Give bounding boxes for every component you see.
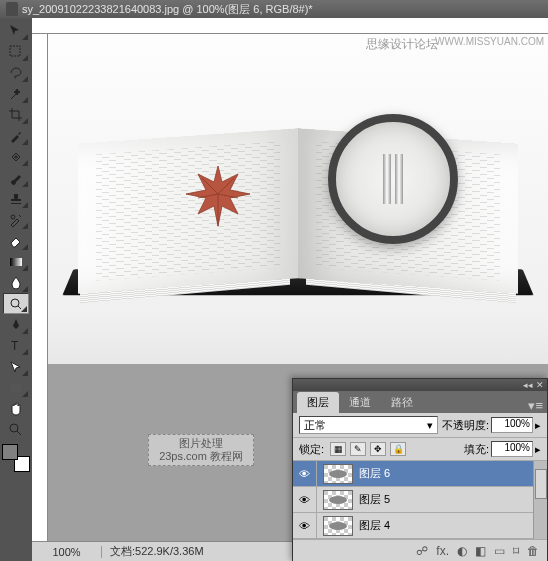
stamp-tool[interactable] — [3, 188, 29, 209]
maple-leaf-graphic — [178, 154, 258, 234]
layer-thumbnail[interactable] — [323, 464, 353, 484]
adjustment-layer-icon[interactable]: ◧ — [475, 544, 486, 558]
layer-effects-icon[interactable]: fx. — [436, 544, 449, 558]
marquee-tool[interactable] — [3, 41, 29, 62]
scrollbar[interactable] — [533, 461, 547, 539]
blend-mode-value: 正常 — [304, 418, 326, 433]
vertical-ruler — [32, 34, 48, 561]
gradient-tool[interactable] — [3, 251, 29, 272]
fill-input[interactable]: 100% — [491, 441, 533, 457]
layer-thumbnail[interactable] — [323, 490, 353, 510]
watermark-forum: 思缘设计论坛 — [366, 36, 438, 53]
panel-collapse-icon[interactable]: ◂◂ — [523, 380, 533, 390]
hand-tool[interactable] — [3, 398, 29, 419]
document-title-bar: sy_20091022233821640083.jpg @ 100%(图层 6,… — [0, 0, 548, 18]
visibility-toggle[interactable]: 👁 — [293, 461, 317, 486]
svg-point-3 — [11, 299, 19, 307]
panel-tabs: 图层 通道 路径 ▾≡ — [293, 391, 547, 413]
panel-close-icon[interactable]: ✕ — [536, 380, 544, 390]
tab-indicator — [6, 2, 18, 16]
panel-menu-icon[interactable]: ▾≡ — [528, 398, 543, 413]
color-swatches[interactable] — [2, 444, 30, 472]
delete-layer-icon[interactable]: 🗑 — [527, 544, 539, 558]
document-size: 文档:522.9K/3.36M — [102, 544, 212, 559]
lock-position-icon[interactable]: ✥ — [370, 442, 386, 456]
chevron-down-icon: ▾ — [427, 419, 433, 432]
panel-titlebar[interactable]: ◂◂ ✕ — [293, 379, 547, 391]
svg-point-1 — [11, 215, 15, 219]
svg-point-6 — [10, 424, 18, 432]
layer-name[interactable]: 图层 4 — [359, 518, 390, 533]
watermark-line2: 23ps.com 教程网 — [149, 450, 253, 463]
scrollbar-thumb[interactable] — [535, 469, 547, 499]
layer-row[interactable]: 👁 图层 4 — [293, 513, 547, 539]
watermark-url: WWW.MISSYUAN.COM — [435, 36, 544, 47]
visibility-toggle[interactable]: 👁 — [293, 513, 317, 538]
lock-transparency-icon[interactable]: ▦ — [330, 442, 346, 456]
opacity-label: 不透明度: — [442, 418, 489, 433]
rectangle-tool[interactable] — [3, 377, 29, 398]
layer-name[interactable]: 图层 6 — [359, 466, 390, 481]
fill-label: 填充: — [464, 442, 489, 457]
eyedropper-tool[interactable] — [3, 125, 29, 146]
lock-pixels-icon[interactable]: ✎ — [350, 442, 366, 456]
layer-thumbnail[interactable] — [323, 516, 353, 536]
lasso-tool[interactable] — [3, 62, 29, 83]
brush-tool[interactable] — [3, 167, 29, 188]
lock-all-icon[interactable]: 🔒 — [390, 442, 406, 456]
toolbox: T — [0, 18, 32, 561]
svg-rect-0 — [10, 46, 20, 56]
tab-channels[interactable]: 通道 — [339, 392, 381, 413]
magnifier-graphic — [328, 114, 458, 244]
layers-panel: ◂◂ ✕ 图层 通道 路径 ▾≡ 正常 ▾ 不透明度: 100% ▸ 锁定: ▦… — [292, 378, 548, 561]
horizontal-ruler — [32, 18, 548, 34]
watermark-box: 图片处理 23ps.com 教程网 — [148, 434, 254, 466]
history-brush-tool[interactable] — [3, 209, 29, 230]
group-icon[interactable]: ▭ — [494, 544, 505, 558]
watermark-line1: 图片处理 — [149, 437, 253, 450]
blend-mode-select[interactable]: 正常 ▾ — [299, 416, 438, 434]
tab-layers[interactable]: 图层 — [297, 392, 339, 413]
opacity-flyout-icon[interactable]: ▸ — [535, 419, 541, 432]
blur-tool[interactable] — [3, 272, 29, 293]
layer-row[interactable]: 👁 图层 6 — [293, 461, 547, 487]
tab-paths[interactable]: 路径 — [381, 392, 423, 413]
visibility-toggle[interactable]: 👁 — [293, 487, 317, 512]
document-title: sy_20091022233821640083.jpg @ 100%(图层 6,… — [22, 2, 313, 17]
foreground-color-swatch[interactable] — [2, 444, 18, 460]
layer-row[interactable]: 👁 图层 5 — [293, 487, 547, 513]
svg-text:T: T — [11, 339, 19, 353]
lock-label: 锁定: — [299, 442, 324, 457]
layer-mask-icon[interactable]: ◐ — [457, 544, 467, 558]
lock-fill-row: 锁定: ▦ ✎ ✥ 🔒 填充: 100% ▸ — [293, 437, 547, 461]
eraser-tool[interactable] — [3, 230, 29, 251]
zoom-level[interactable]: 100% — [32, 546, 102, 558]
link-layers-icon[interactable]: ☍ — [416, 544, 428, 558]
pen-tool[interactable] — [3, 314, 29, 335]
layer-list: 👁 图层 6 👁 图层 5 👁 图层 4 — [293, 461, 547, 539]
dodge-tool[interactable] — [3, 293, 29, 314]
new-layer-icon[interactable]: ⌑ — [513, 544, 519, 558]
layer-name[interactable]: 图层 5 — [359, 492, 390, 507]
opacity-input[interactable]: 100% — [491, 417, 533, 433]
blend-opacity-row: 正常 ▾ 不透明度: 100% ▸ — [293, 413, 547, 437]
fill-flyout-icon[interactable]: ▸ — [535, 443, 541, 456]
type-tool[interactable]: T — [3, 335, 29, 356]
healing-tool[interactable] — [3, 146, 29, 167]
document-image: 思缘设计论坛 WWW.MISSYUAN.COM — [48, 34, 548, 364]
svg-rect-5 — [11, 384, 21, 392]
zoom-tool[interactable] — [3, 419, 29, 440]
move-tool[interactable] — [3, 20, 29, 41]
crop-tool[interactable] — [3, 104, 29, 125]
svg-rect-2 — [10, 258, 22, 266]
wand-tool[interactable] — [3, 83, 29, 104]
path-tool[interactable] — [3, 356, 29, 377]
layers-footer: ☍ fx. ◐ ◧ ▭ ⌑ 🗑 — [293, 539, 547, 561]
